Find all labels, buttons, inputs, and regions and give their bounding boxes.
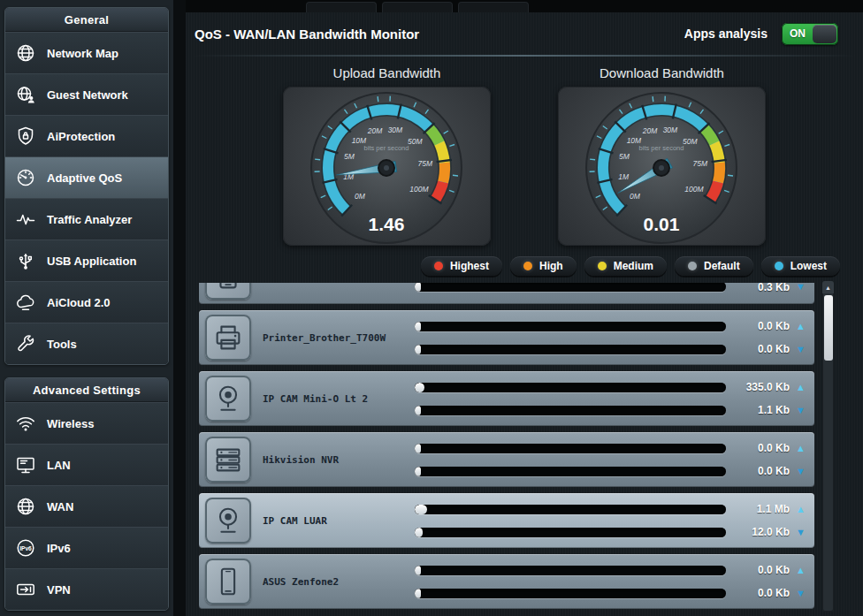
sidebar-item-guest-network[interactable]: Guest Network (5, 73, 168, 115)
apps-analysis-label: Apps analysis (684, 27, 768, 41)
bandwidth-bar-fill (415, 444, 421, 453)
usb-application-icon (14, 249, 37, 272)
svg-text:IPv6: IPv6 (19, 545, 32, 551)
sidebar-item-network-map[interactable]: Network Map (5, 32, 168, 73)
download-arrow-icon: ▼ (791, 406, 806, 415)
upload-arrow-icon: ▲ (791, 383, 806, 392)
sidebar-item-usb-application[interactable]: USB Application (5, 240, 168, 281)
upload-line: 335.0 Kb▲ (415, 381, 806, 393)
sidebar-item-traffic-analyzer[interactable]: Traffic Analyzer (5, 198, 168, 240)
download-arrow-icon: ▼ (791, 589, 806, 598)
bandwidth-bar (415, 345, 726, 354)
device-name: IP CAM Mini-O Lt 2 (263, 393, 415, 405)
sidebar-item-tools[interactable]: Tools (5, 323, 168, 364)
device-name: Hikvision NVR (263, 454, 415, 466)
device-row[interactable]: Hikvision NVR0.0 Kb▲0.0 Kb▼ (199, 432, 814, 487)
download-line: 0.0 Kb▼ (415, 343, 806, 355)
device-name: Printer_Brother_T700W (263, 332, 415, 344)
header-divider (193, 55, 856, 57)
upload-bandwidth-gauge: Upload Bandwidth0M1M5M10M20M30M50M75M100… (283, 58, 491, 246)
sidebar-item-label: Guest Network (47, 88, 128, 102)
sidebar-item-ipv6[interactable]: IPv6IPv6 (5, 527, 168, 568)
device-row[interactable]: Printer_Brother_T700W0.0 Kb▲0.0 Kb▼ (199, 310, 814, 365)
bandwidth-bars: 0.0 Kb▲0.0 Kb▼ (415, 320, 806, 355)
download-value: 0.3 Kb (731, 283, 790, 293)
svg-text:1M: 1M (618, 172, 630, 181)
legend-lowest[interactable]: Lowest (761, 256, 840, 276)
sidebar-item-label: USB Application (47, 255, 136, 268)
bandwidth-bar-fill (415, 345, 421, 354)
device-row[interactable]: IP CAM LUAR1.1 Mb▲12.0 Kb▼ (199, 493, 814, 548)
download-arrow-icon: ▼ (791, 345, 806, 354)
download-line: 1.1 Kb▼ (415, 404, 806, 416)
legend-label: Highest (450, 260, 489, 272)
download-value: 1.1 Kb (731, 404, 790, 416)
sidebar-section: GeneralNetwork MapGuest NetworkAiProtect… (4, 7, 169, 365)
main-content: QoS - WAN/LAN Bandwidth Monitor Apps ana… (186, 0, 863, 616)
scrollbar-thumb[interactable] (824, 295, 833, 361)
upload-line: 0.0 Kb▲ (415, 320, 806, 332)
bandwidth-bar (415, 322, 726, 331)
sidebar-item-label: Adaptive QoS (47, 171, 122, 185)
toggle-knob-icon (813, 25, 836, 43)
bandwidth-bar-fill (415, 406, 421, 415)
svg-text:20M: 20M (367, 126, 383, 135)
top-tab[interactable] (306, 2, 377, 12)
gauges-row: Upload Bandwidth0M1M5M10M20M30M50M75M100… (186, 58, 863, 246)
sidebar-item-vpn[interactable]: VPN (5, 568, 168, 610)
legend-default[interactable]: Default (675, 256, 753, 276)
svg-text:5M: 5M (344, 152, 355, 161)
sidebar-item-aicloud-2-0[interactable]: AiCloud 2.0 (5, 281, 168, 323)
legend-highest[interactable]: Highest (421, 256, 502, 276)
sidebar-item-adaptive-qos[interactable]: Adaptive QoS (5, 156, 168, 198)
bandwidth-bar (415, 528, 726, 537)
bandwidth-bar-fill (415, 589, 421, 598)
apps-analysis-toggle[interactable]: ON (782, 23, 838, 45)
sidebar-item-label: VPN (47, 583, 71, 597)
bandwidth-bars: ▲0.3 Kb▼ (415, 283, 806, 293)
legend-medium[interactable]: Medium (584, 256, 667, 276)
device-name: IP CAM LUAR (263, 515, 415, 527)
top-tab[interactable] (382, 2, 453, 12)
sidebar-item-label: AiProtection (47, 130, 115, 143)
lan-icon (14, 453, 37, 476)
sidebar-section-header: Advanced Settings (5, 378, 168, 402)
top-tab[interactable] (458, 2, 529, 12)
gauge-title: Upload Bandwidth (283, 65, 491, 80)
download-arrow-icon: ▼ (791, 467, 806, 476)
legend-dot-icon (523, 262, 532, 270)
upload-arrow-icon: ▲ (791, 444, 806, 453)
legend-high[interactable]: High (510, 256, 577, 276)
download-line: 0.3 Kb▼ (415, 283, 806, 293)
download-arrow-icon: ▼ (791, 283, 806, 292)
wireless-icon (14, 412, 37, 435)
download-arrow-icon: ▼ (791, 528, 806, 537)
scrollbar[interactable]: ▲ (822, 281, 834, 612)
scroll-up-button[interactable]: ▲ (822, 281, 834, 293)
wan-icon (14, 495, 37, 518)
sidebar-item-aiprotection[interactable]: AiProtection (5, 115, 168, 156)
device-row[interactable]: ▲0.3 Kb▼ (199, 283, 814, 304)
download-value: 0.0 Kb (731, 343, 790, 355)
bandwidth-bar-fill (415, 322, 421, 331)
sidebar-item-wireless[interactable]: Wireless (5, 402, 168, 444)
svg-text:75M: 75M (417, 159, 432, 168)
download-line: 0.0 Kb▼ (415, 587, 806, 599)
network-map-icon (14, 42, 37, 65)
device-row[interactable]: ASUS Zenfone20.0 Kb▲0.0 Kb▼ (199, 554, 814, 609)
sidebar-item-label: LAN (47, 459, 71, 472)
svg-text:0M: 0M (355, 192, 366, 201)
legend-dot-icon (598, 262, 607, 270)
sidebar-sections: GeneralNetwork MapGuest NetworkAiProtect… (4, 7, 169, 611)
sidebar-item-wan[interactable]: WAN (5, 485, 168, 527)
svg-text:20M: 20M (642, 126, 658, 135)
sidebar-item-label: AiCloud 2.0 (47, 296, 111, 309)
device-list: ▲0.3 Kb▼Printer_Brother_T700W0.0 Kb▲0.0 … (199, 283, 814, 616)
svg-text:1.46: 1.46 (369, 214, 405, 234)
aicloud-icon (14, 291, 37, 314)
bandwidth-bar (415, 589, 726, 598)
device-row[interactable]: IP CAM Mini-O Lt 2335.0 Kb▲1.1 Kb▼ (199, 371, 814, 426)
download-line: 0.0 Kb▼ (415, 465, 806, 477)
sidebar-item-lan[interactable]: LAN (5, 444, 168, 485)
svg-text:bits per second: bits per second (639, 144, 684, 152)
